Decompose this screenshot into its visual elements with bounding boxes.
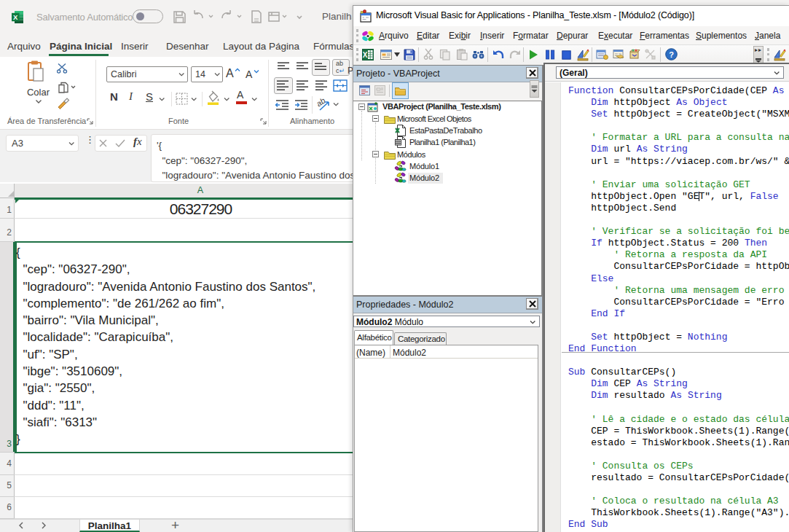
svg-text:?: ? xyxy=(669,50,674,59)
svg-text:X: X xyxy=(13,13,18,21)
svg-text:X: X xyxy=(363,51,368,59)
